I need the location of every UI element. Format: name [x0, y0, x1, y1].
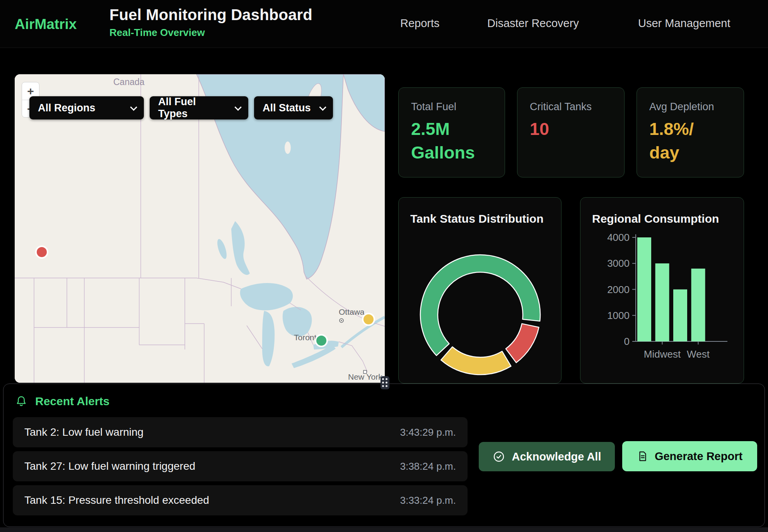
alert-text: Tank 27: Low fuel warning triggered: [24, 460, 195, 472]
alert-text: Tank 2: Low fuel warning: [24, 426, 143, 438]
alerts-header: Recent Alerts: [15, 395, 109, 408]
nav-disaster-recovery[interactable]: Disaster Recovery: [487, 17, 579, 30]
brand-logo[interactable]: AirMatrix: [15, 16, 77, 32]
donut-segment-red-critical: [506, 324, 539, 363]
tank-marker[interactable]: [316, 335, 327, 346]
regional-consumption-card: Regional Consumption 01000200030004000Mi…: [580, 197, 744, 384]
stat-card-critical-tanks: Critical Tanks 10: [517, 87, 625, 177]
bar-col3: [673, 290, 687, 342]
y-tick-label: 0: [624, 336, 630, 347]
stat-label: Avg Depletion: [649, 101, 731, 113]
app-header: AirMatrix Fuel Monitoring Dashboard Real…: [0, 0, 768, 48]
map-city-dot-ottawa-center: [341, 320, 342, 321]
stat-value: 1.8%/day: [649, 118, 731, 165]
tank-status-card: Tank Status Distribution: [398, 197, 561, 384]
recent-alerts-panel: Recent Alerts Tank 2: Low fuel warning 3…: [3, 384, 765, 527]
bell-icon: [15, 395, 27, 408]
nav-user-management[interactable]: User Management: [638, 17, 730, 30]
map-filter-bar: All Regions All Fuel Types All Status: [29, 96, 333, 119]
y-tick-label: 2000: [607, 284, 630, 295]
chevron-down-icon: [130, 104, 137, 111]
y-tick-label: 3000: [607, 257, 630, 269]
stat-value: 2.5MGallons: [411, 118, 492, 165]
alert-time: 3:43:29 p.m.: [400, 426, 456, 438]
bar-col1: [637, 237, 651, 341]
check-circle-icon: [493, 450, 505, 463]
acknowledge-all-label: Acknowledge All: [512, 450, 601, 463]
donut-segment-yellow-warning: [441, 347, 511, 375]
alert-text: Tank 15: Pressure threshold exceeded: [24, 494, 209, 506]
stat-label: Critical Tanks: [530, 101, 612, 113]
bar-West: [691, 269, 705, 341]
acknowledge-all-button[interactable]: Acknowledge All: [479, 442, 615, 471]
chevron-down-icon: [319, 104, 326, 111]
fuel-types-dropdown[interactable]: All Fuel Types: [150, 96, 248, 119]
stat-value: 10: [530, 118, 612, 141]
page-title: Fuel Monitoring Dashboard: [109, 6, 312, 24]
stat-label: Total Fuel: [411, 101, 492, 113]
regions-dropdown[interactable]: All Regions: [29, 96, 144, 119]
y-tick-label: 4000: [607, 232, 630, 243]
map-city-square-new-york: [364, 370, 367, 373]
map-island: [285, 142, 291, 154]
title-block: Fuel Monitoring Dashboard Real-Time Over…: [109, 6, 312, 39]
map-canvas[interactable]: CanadaOttawaTorontoNew York: [15, 74, 385, 383]
regions-dropdown-value: All Regions: [38, 102, 96, 114]
generate-report-label: Generate Report: [655, 450, 742, 463]
alert-row[interactable]: Tank 15: Pressure threshold exceeded 3:3…: [13, 485, 468, 515]
tank-marker[interactable]: [363, 314, 374, 325]
map-place-label: Ottawa: [339, 307, 365, 316]
stat-card-total-fuel: Total Fuel 2.5MGallons: [398, 87, 505, 177]
chevron-down-icon: [234, 104, 241, 111]
alerts-title: Recent Alerts: [35, 395, 109, 408]
alert-time: 3:38:24 p.m.: [400, 460, 456, 472]
document-icon: [637, 450, 649, 462]
alert-time: 3:33:24 p.m.: [400, 494, 456, 506]
bar-Midwest: [655, 263, 669, 341]
regional-consumption-bar-chart: 01000200030004000MidwestWest: [580, 198, 744, 384]
generate-report-button[interactable]: Generate Report: [622, 441, 757, 471]
tank-status-donut-chart: [415, 249, 546, 380]
x-tick-label: Midwest: [644, 348, 681, 360]
alert-row[interactable]: Tank 27: Low fuel warning triggered 3:38…: [13, 451, 468, 481]
bottom-strip: [0, 527, 768, 532]
stat-card-avg-depletion: Avg Depletion 1.8%/day: [637, 87, 744, 177]
map-resize-handle[interactable]: [381, 376, 389, 389]
status-dropdown[interactable]: All Status: [254, 96, 333, 119]
nav-reports[interactable]: Reports: [400, 17, 440, 30]
map-place-label: Canada: [113, 77, 145, 87]
alert-row[interactable]: Tank 2: Low fuel warning 3:43:29 p.m.: [13, 417, 468, 447]
page-subtitle: Real-Time Overview: [109, 27, 312, 39]
map-panel[interactable]: CanadaOttawaTorontoNew York + − All Regi…: [15, 74, 385, 383]
fuel-types-dropdown-value: All Fuel Types: [158, 96, 228, 120]
tank-marker[interactable]: [36, 246, 48, 258]
y-tick-label: 1000: [607, 310, 630, 321]
x-tick-label: West: [687, 348, 710, 360]
donut-chart-title: Tank Status Distribution: [410, 212, 543, 225]
status-dropdown-value: All Status: [263, 102, 311, 114]
